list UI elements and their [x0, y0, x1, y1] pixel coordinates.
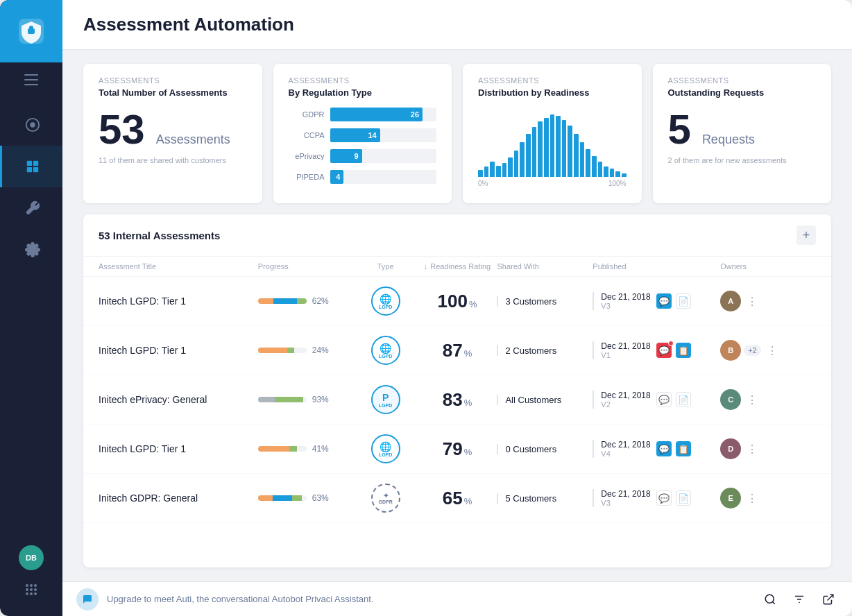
owners-cell: B +2 ⋮: [720, 340, 816, 361]
owners-cell: D ⋮: [720, 438, 816, 459]
owners-cell: C ⋮: [720, 389, 816, 410]
svg-point-17: [30, 588, 33, 591]
col-header-type: Type: [354, 262, 418, 271]
doc-blue2-icon[interactable]: 📋: [676, 441, 691, 456]
sidebar-item-radio[interactable]: [0, 104, 62, 146]
doc-icon[interactable]: 📄: [676, 293, 691, 309]
assessments-table: 53 Internal Assessments + Assessment Tit…: [83, 214, 831, 567]
type-cell: 🌐 LGPD: [354, 336, 418, 365]
svg-point-21: [34, 592, 37, 595]
stat-label-outstanding: Assessments: [668, 76, 817, 85]
type-cell: 🌐 LGPD: [354, 286, 418, 316]
bar-chart: GDPR 26 CCPA 14 ePrivacy: [289, 108, 437, 184]
svg-rect-4: [24, 79, 38, 80]
user-avatar[interactable]: DB: [19, 545, 44, 570]
svg-point-7: [30, 122, 35, 127]
more-options-button[interactable]: ⋮: [744, 490, 760, 506]
bottom-chat-text: Upgrade to meet Auti, the conversational…: [107, 594, 752, 604]
sidebar-item-wrench[interactable]: [0, 187, 62, 229]
table-row: Initech LGPD: Tier 1 41% 🌐 LGPD: [83, 425, 831, 474]
owners-cell: A ⋮: [720, 291, 816, 311]
published-cell: Dec 21, 2018 V4 💬 📋: [593, 440, 720, 458]
stat-card-dist: Assessments Distribution by Readiness: [463, 64, 642, 203]
svg-point-15: [34, 584, 37, 587]
sidebar-item-settings[interactable]: [0, 229, 62, 271]
shared-cell: 2 Customers: [497, 345, 593, 356]
doc-outline-icon[interactable]: 📄: [676, 392, 691, 407]
svg-line-27: [828, 594, 833, 600]
total-sub: 11 of them are shared with customers: [99, 156, 247, 164]
progress-cell: 62%: [258, 296, 354, 306]
type-badge-lgpd: 🌐 LGPD: [371, 286, 400, 316]
published-cell: Dec 21, 2018 V1 💬 📋: [593, 341, 720, 359]
outstanding-unit: Requests: [702, 132, 755, 147]
svg-rect-5: [24, 84, 38, 85]
shared-cell: 5 Customers: [497, 493, 593, 504]
svg-rect-3: [24, 74, 38, 76]
external-link-icon[interactable]: [819, 590, 838, 609]
more-options-button[interactable]: ⋮: [744, 440, 760, 457]
app-logo[interactable]: [0, 0, 62, 62]
svg-line-23: [772, 601, 774, 604]
alert-chat-icon[interactable]: 💬: [656, 343, 672, 358]
filter-icon[interactable]: [790, 590, 809, 609]
table-header: 53 Internal Assessments +: [83, 214, 831, 257]
chat-icon[interactable]: 💬: [656, 293, 672, 309]
col-header-readiness: ↓ Readiness Rating: [418, 262, 497, 271]
chat-outline-icon[interactable]: 💬: [656, 392, 672, 407]
svg-point-18: [34, 588, 37, 591]
search-icon[interactable]: [760, 590, 780, 609]
col-header-owners: Owners: [720, 262, 816, 271]
add-assessment-button[interactable]: +: [796, 225, 816, 245]
svg-rect-10: [26, 167, 31, 172]
type-cell: 🌐 LGPD: [354, 434, 418, 463]
doc-blue-icon[interactable]: 📋: [676, 343, 691, 358]
shared-cell: All Customers: [497, 395, 593, 405]
type-badge-lgpd: 🌐 LGPD: [371, 336, 400, 365]
chart-axis: 0% 100%: [478, 180, 627, 187]
col-header-published: Published: [593, 262, 720, 271]
svg-point-22: [765, 594, 774, 603]
svg-rect-8: [26, 161, 31, 166]
readiness-cell: 65 %: [418, 488, 497, 509]
stat-card-bytype: Assessments By Regulation Type GDPR 26 C…: [273, 64, 452, 203]
stat-card-total: Assessments Total Number of Assessments …: [83, 64, 262, 203]
published-cell: Dec 21, 2018 V3 💬 📄: [593, 489, 720, 507]
chat-bubble-icon: [76, 588, 99, 610]
more-options-button[interactable]: ⋮: [764, 342, 781, 359]
total-number: 53: [99, 109, 145, 151]
owners-cell: E ⋮: [720, 488, 816, 508]
chat-outline-icon[interactable]: 💬: [656, 490, 672, 506]
type-badge-eprivacy: P LGPD: [371, 385, 400, 414]
svg-rect-11: [33, 167, 37, 172]
stat-card-outstanding: Assessments Outstanding Requests 5 Reque…: [653, 64, 832, 203]
published-cell: Dec 21, 2018 V3 💬 📄: [593, 292, 720, 310]
svg-rect-2: [29, 26, 33, 30]
row-title: Initech GDPR: General: [99, 493, 258, 504]
readiness-cell: 79 %: [418, 438, 497, 460]
stat-label-total: Assessments: [99, 76, 247, 85]
table-row: Initech LGPD: Tier 1 62% 🌐 LGPD: [83, 277, 831, 326]
table-column-headers: Assessment Title Progress Type ↓ Readine…: [83, 257, 831, 277]
total-unit: Assessments: [156, 132, 230, 147]
col-header-shared: Shared With: [497, 262, 593, 271]
chat-blue-icon[interactable]: 💬: [656, 441, 672, 456]
menu-toggle[interactable]: [0, 62, 62, 97]
row-title: Initech ePrivacy: General: [99, 394, 258, 405]
more-options-button[interactable]: ⋮: [744, 293, 760, 309]
stat-title-bytype: By Regulation Type: [289, 87, 437, 98]
more-options-button[interactable]: ⋮: [744, 391, 760, 408]
readiness-cell: 87 %: [418, 340, 497, 361]
table-body: Initech LGPD: Tier 1 62% 🌐 LGPD: [83, 277, 831, 567]
svg-rect-9: [33, 161, 37, 166]
app-grid-icon[interactable]: [19, 577, 44, 602]
stat-title-dist: Distribution by Readiness: [478, 87, 627, 98]
sidebar-bottom: DB: [19, 545, 44, 616]
page-header: Assessment Automation: [62, 0, 852, 50]
sidebar-item-grid[interactable]: [0, 146, 62, 187]
stat-label-dist: Assessments: [478, 76, 627, 85]
sidebar: DB: [0, 0, 62, 616]
doc-outline-icon[interactable]: 📄: [676, 490, 691, 506]
readiness-cell: 100 %: [418, 291, 497, 312]
progress-cell: 41%: [258, 444, 354, 454]
